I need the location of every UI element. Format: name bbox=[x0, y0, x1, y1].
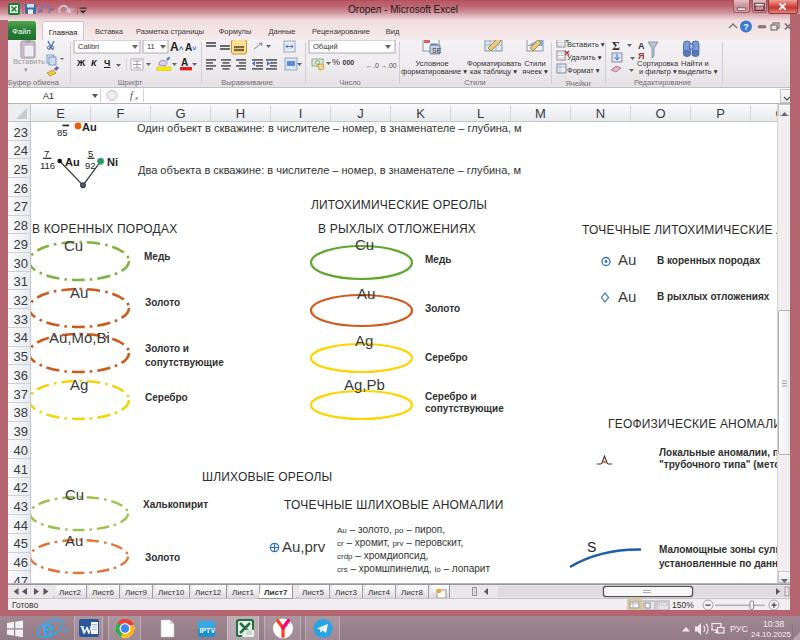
svg-text:24.10.2025: 24.10.2025 bbox=[751, 630, 792, 639]
svg-text:←.0: ←.0 bbox=[366, 62, 379, 69]
svg-text:→.00: →.00 bbox=[380, 62, 397, 69]
svg-text:РУС: РУС bbox=[730, 624, 749, 634]
svg-text:Σ: Σ bbox=[612, 40, 620, 53]
svg-text:e: e bbox=[43, 616, 55, 640]
svg-text:x: x bbox=[134, 94, 139, 102]
svg-text:f: f bbox=[130, 90, 134, 101]
svg-text:W: W bbox=[80, 623, 93, 637]
svg-text:SE: SE bbox=[432, 47, 442, 54]
svg-text:А: А bbox=[638, 41, 645, 51]
svg-text:?: ? bbox=[743, 22, 749, 32]
svg-text:A: A bbox=[181, 57, 188, 68]
svg-text:IPTV: IPTV bbox=[200, 627, 216, 634]
svg-text:10:38: 10:38 bbox=[763, 619, 785, 629]
